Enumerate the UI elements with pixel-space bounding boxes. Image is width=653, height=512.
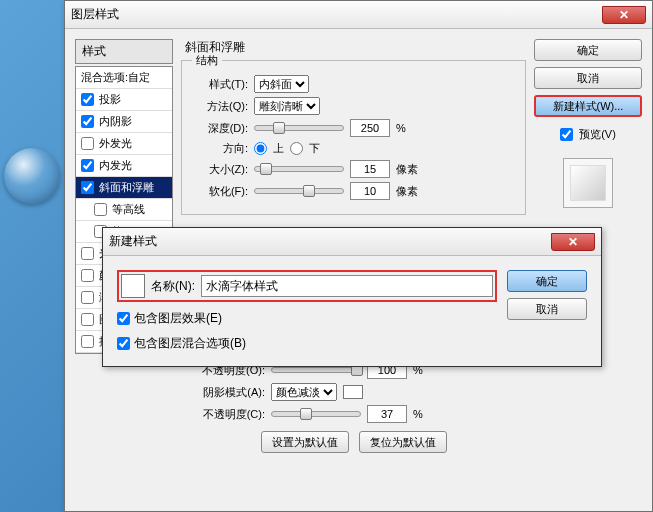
style-checkbox[interactable] [81,137,94,150]
preview-thumbnail [563,158,613,208]
style-checkbox[interactable] [81,181,94,194]
size-slider[interactable] [254,166,344,172]
new-style-dialog: 新建样式 ✕ 名称(N): 包含图层效果(E) 包含图层混合选项(B) 确定 取… [102,227,602,367]
style-swatch[interactable] [121,274,145,298]
depth-label: 深度(D): [190,121,248,136]
style-label: 斜面和浮雕 [99,180,154,195]
styles-header: 样式 [75,39,173,64]
style-item-2[interactable]: 外发光 [76,133,172,155]
structure-legend: 结构 [192,53,222,68]
name-input[interactable] [201,275,493,297]
sh-mode-select[interactable]: 颜色减淡 [271,383,337,401]
ns-titlebar[interactable]: 新建样式 ✕ [103,228,601,256]
soften-label: 软化(F): [190,184,248,199]
dir-down-label: 下 [309,141,320,156]
style-item-1[interactable]: 内阴影 [76,111,172,133]
set-default-button[interactable]: 设置为默认值 [261,431,349,453]
size-label: 大小(Z): [190,162,248,177]
style-item-3[interactable]: 内发光 [76,155,172,177]
style-checkbox[interactable] [81,313,94,326]
hi-op-slider[interactable] [271,367,361,373]
style-label: 内阴影 [99,114,132,129]
ns-title: 新建样式 [109,233,551,250]
style-checkbox[interactable] [81,115,94,128]
ns-cancel-button[interactable]: 取消 [507,298,587,320]
sh-op-label: 不透明度(C): [181,407,265,422]
cancel-button[interactable]: 取消 [534,67,642,89]
style-label: 内发光 [99,158,132,173]
soften-slider[interactable] [254,188,344,194]
reset-default-button[interactable]: 复位为默认值 [359,431,447,453]
size-row: 大小(Z): 像素 [190,160,517,178]
style-item-0[interactable]: 投影 [76,89,172,111]
style-checkbox[interactable] [81,93,94,106]
px-unit: 像素 [396,162,418,177]
size-input[interactable] [350,160,390,178]
style-item-4[interactable]: 斜面和浮雕 [76,177,172,199]
structure-fieldset: 结构 样式(T): 内斜面 方法(Q): 雕刻清晰 深度(D): % 方向: [181,60,526,215]
ns-ok-button[interactable]: 确定 [507,270,587,292]
technique-label: 方法(Q): [190,99,248,114]
dir-up-label: 上 [273,141,284,156]
bevel-title: 斜面和浮雕 [181,39,526,56]
technique-select[interactable]: 雕刻清晰 [254,97,320,115]
style-checkbox[interactable] [81,291,94,304]
titlebar[interactable]: 图层样式 ✕ [65,1,652,29]
ok-button[interactable]: 确定 [534,39,642,61]
include-effects-label: 包含图层效果(E) [134,310,222,327]
style-checkbox[interactable] [81,335,94,348]
sh-color-swatch[interactable] [343,385,363,399]
shadow-opacity-row: 不透明度(C): % [181,405,526,423]
dialog-title: 图层样式 [71,6,602,23]
style-checkbox[interactable] [94,203,107,216]
style-checkbox[interactable] [81,159,94,172]
dir-down-radio[interactable] [290,142,303,155]
dir-up-radio[interactable] [254,142,267,155]
close-icon[interactable]: ✕ [551,233,595,251]
include-effects-checkbox[interactable] [117,312,130,325]
default-buttons: 设置为默认值 复位为默认值 [181,431,526,453]
pct-unit: % [396,122,406,134]
sh-op-slider[interactable] [271,411,361,417]
direction-label: 方向: [190,141,248,156]
soften-input[interactable] [350,182,390,200]
include-blend-label: 包含图层混合选项(B) [134,335,246,352]
style-item-5[interactable]: 等高线 [76,199,172,221]
preview-checkbox[interactable] [560,128,573,141]
style-checkbox[interactable] [81,269,94,282]
style-checkbox[interactable] [81,247,94,260]
depth-input[interactable] [350,119,390,137]
water-drop [4,148,60,204]
include-blend-checkbox[interactable] [117,337,130,350]
direction-row: 方向: 上 下 [190,141,517,156]
name-label: 名称(N): [151,278,195,295]
soften-row: 软化(F): 像素 [190,182,517,200]
depth-slider[interactable] [254,125,344,131]
preview-label: 预览(V) [579,127,616,142]
px-unit2: 像素 [396,184,418,199]
new-style-button[interactable]: 新建样式(W)... [534,95,642,117]
style-select[interactable]: 内斜面 [254,75,309,93]
technique-row: 方法(Q): 雕刻清晰 [190,97,517,115]
shadow-mode-row: 阴影模式(A): 颜色减淡 [181,383,526,401]
sh-mode-label: 阴影模式(A): [181,385,265,400]
name-row: 名称(N): [117,270,497,302]
style-row: 样式(T): 内斜面 [190,75,517,93]
style-label: 外发光 [99,136,132,151]
close-icon[interactable]: ✕ [602,6,646,24]
sh-op-input[interactable] [367,405,407,423]
style-label: 等高线 [112,202,145,217]
blend-options[interactable]: 混合选项:自定 [76,67,172,89]
depth-row: 深度(D): % [190,119,517,137]
style-label: 样式(T): [190,77,248,92]
style-label: 投影 [99,92,121,107]
